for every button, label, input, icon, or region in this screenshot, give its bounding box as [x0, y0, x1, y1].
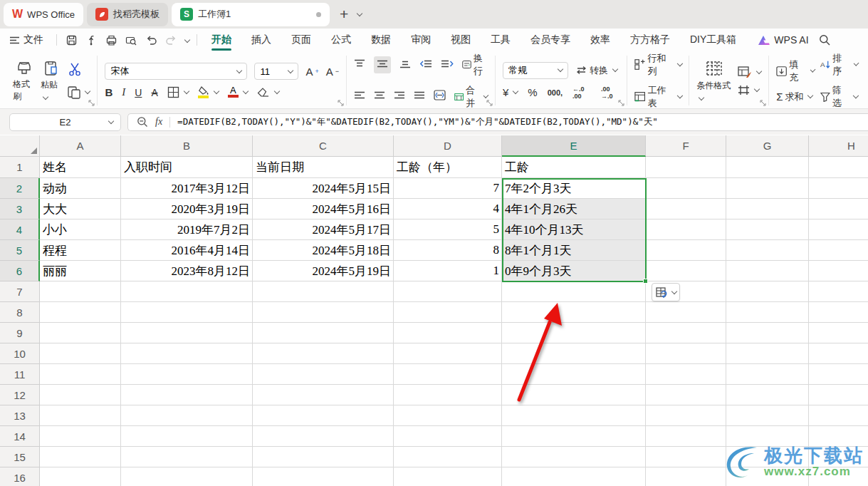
cell-F10[interactable] — [646, 343, 726, 364]
cell-H9[interactable] — [809, 323, 868, 343]
cell-H15[interactable] — [809, 447, 868, 467]
row-header-8[interactable]: 8 — [0, 302, 40, 323]
filter-button[interactable]: 筛选 — [820, 84, 858, 110]
cell-H7[interactable] — [809, 281, 868, 302]
cell-A6[interactable]: 丽丽 — [40, 261, 121, 281]
cell-B11[interactable] — [121, 364, 253, 385]
increase-indent-icon[interactable] — [441, 58, 454, 71]
italic-button[interactable]: I — [122, 86, 125, 98]
select-all-corner[interactable] — [0, 135, 40, 157]
column-header-H[interactable]: H — [809, 135, 868, 157]
cell-E16[interactable] — [502, 467, 646, 486]
formula-text[interactable]: =DATEDIF(B2,TODAY(),"Y")&"年"&DATEDIF(B2,… — [177, 116, 658, 128]
menu-tab-公式[interactable]: 公式 — [321, 29, 361, 51]
cell-E14[interactable] — [502, 426, 646, 447]
cell-H14[interactable] — [809, 426, 868, 447]
cell-D9[interactable] — [394, 323, 502, 343]
cell-E15[interactable] — [502, 447, 646, 467]
cell-C6[interactable]: 2024年5月19日 — [253, 261, 394, 281]
cell-H10[interactable] — [809, 343, 868, 364]
new-tab-button[interactable]: + — [333, 6, 355, 23]
comma-format-button[interactable]: 000, — [548, 88, 563, 97]
column-header-A[interactable]: A — [40, 135, 121, 157]
cell-A9[interactable] — [40, 323, 121, 343]
font-size-select[interactable]: 11 — [254, 63, 298, 80]
menu-tab-方方格子[interactable]: 方方格子 — [620, 29, 680, 51]
number-dialog-launcher-icon[interactable] — [618, 100, 624, 106]
cell-E1[interactable]: 工龄 — [502, 157, 646, 178]
row-header-3[interactable]: 3 — [0, 199, 40, 219]
clipboard-dialog-launcher-icon[interactable] — [88, 100, 95, 106]
cell-C12[interactable] — [253, 385, 394, 405]
cell-D15[interactable] — [394, 447, 502, 467]
cell-D5[interactable]: 8 — [394, 240, 502, 261]
cell-G15[interactable] — [726, 447, 809, 467]
column-header-D[interactable]: D — [394, 135, 502, 157]
cell-E13[interactable] — [502, 405, 646, 426]
cell-G16[interactable] — [726, 467, 809, 486]
font-name-select[interactable]: 宋体 — [105, 63, 247, 80]
print-icon[interactable] — [103, 32, 120, 48]
cell-B6[interactable]: 2023年8月12日 — [121, 261, 253, 281]
cell-E12[interactable] — [502, 385, 646, 405]
cell-B13[interactable] — [121, 405, 253, 426]
cell-A8[interactable] — [40, 302, 121, 323]
cell-C3[interactable]: 2024年5月16日 — [253, 199, 394, 219]
cell-D16[interactable] — [394, 467, 502, 486]
cell-B16[interactable] — [121, 467, 253, 486]
percent-format-button[interactable]: % — [528, 86, 537, 98]
clear-format-button[interactable] — [257, 88, 279, 98]
cell-G10[interactable] — [726, 343, 809, 364]
cell-F6[interactable] — [646, 261, 726, 281]
number-format-select[interactable]: 常规 — [503, 62, 568, 79]
copy-icon[interactable] — [67, 86, 90, 100]
cell-G14[interactable] — [726, 426, 809, 447]
cell-C9[interactable] — [253, 323, 394, 343]
cell-D4[interactable]: 5 — [394, 219, 502, 240]
cell-G13[interactable] — [726, 405, 809, 426]
print-preview-icon[interactable] — [122, 32, 140, 48]
column-header-C[interactable]: C — [253, 135, 394, 157]
cell-B4[interactable]: 2019年7月2日 — [121, 219, 253, 240]
cell-B8[interactable] — [121, 302, 253, 323]
column-header-G[interactable]: G — [726, 135, 809, 157]
cell-D2[interactable]: 7 — [394, 178, 502, 199]
cell-H1[interactable] — [809, 157, 868, 178]
cell-E9[interactable] — [502, 323, 646, 343]
cell-F3[interactable] — [646, 199, 726, 219]
cell-A11[interactable] — [40, 364, 121, 385]
undo-icon[interactable] — [142, 32, 160, 48]
cell-G7[interactable] — [726, 281, 809, 302]
font-dialog-launcher-icon[interactable] — [338, 100, 344, 106]
menu-tab-会员专享[interactable]: 会员专享 — [521, 29, 580, 51]
menu-tab-页面[interactable]: 页面 — [281, 29, 321, 51]
cell-D14[interactable] — [394, 426, 502, 447]
cell-A2[interactable]: 动动 — [40, 178, 121, 199]
cell-C5[interactable]: 2024年5月18日 — [253, 240, 394, 261]
cell-C4[interactable]: 2024年5月17日 — [253, 219, 394, 240]
fill-button[interactable]: 填充 — [776, 58, 815, 84]
cell-B14[interactable] — [121, 426, 253, 447]
cell-B12[interactable] — [121, 385, 253, 405]
cell-H16[interactable] — [809, 467, 868, 486]
align-left-icon[interactable] — [354, 91, 365, 103]
align-middle-icon[interactable] — [374, 56, 391, 73]
file-menu-button[interactable]: 文件 — [0, 33, 52, 46]
cell-G9[interactable] — [726, 323, 809, 343]
cell-D3[interactable]: 4 — [394, 199, 502, 219]
cell-F13[interactable] — [646, 405, 726, 426]
justify-icon[interactable] — [414, 91, 425, 103]
row-header-11[interactable]: 11 — [0, 364, 40, 385]
row-header-14[interactable]: 14 — [0, 426, 40, 447]
column-header-B[interactable]: B — [121, 135, 253, 157]
bold-button[interactable]: B — [105, 86, 113, 98]
cell-E7[interactable] — [502, 281, 646, 302]
increase-font-button[interactable]: A+ — [305, 66, 318, 78]
cell-F9[interactable] — [646, 323, 726, 343]
export-icon[interactable] — [83, 32, 100, 48]
cell-E5[interactable]: 8年1个月1天 — [502, 240, 646, 261]
cell-B10[interactable] — [121, 343, 253, 364]
row-header-7[interactable]: 7 — [0, 281, 40, 302]
row-header-13[interactable]: 13 — [0, 405, 40, 426]
menu-tab-视图[interactable]: 视图 — [441, 29, 481, 51]
